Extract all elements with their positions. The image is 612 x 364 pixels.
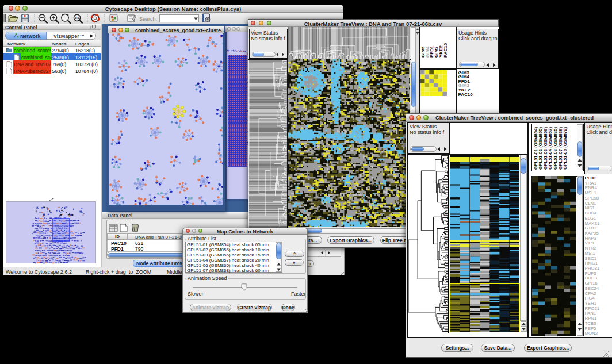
svg-text:1:1: 1:1 — [75, 16, 79, 20]
svg-text:PAC10: PAC10 — [442, 43, 447, 58]
svg-text:GPL51-08 (GSM872): GPL51-08 (GSM872) — [563, 127, 568, 170]
